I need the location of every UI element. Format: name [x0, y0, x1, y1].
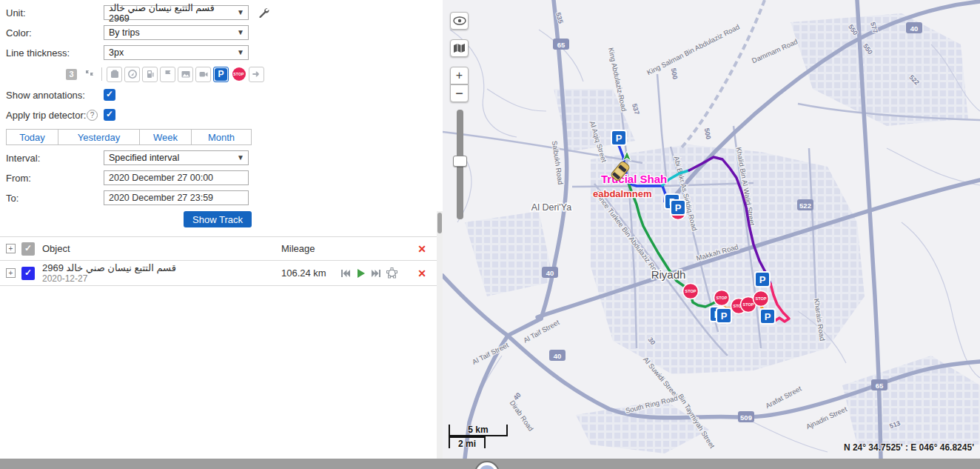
route-shield: 65: [871, 379, 887, 390]
district-label: Al Deri'Ya: [531, 202, 571, 213]
parking-marker[interactable]: PP: [710, 307, 731, 323]
road-label: King Salman Bin Abdulaziz Road: [645, 22, 741, 76]
panel-scrollbar[interactable]: [437, 211, 443, 459]
interval-label: Interval:: [6, 153, 104, 164]
play-button[interactable]: [356, 268, 366, 279]
svg-text:STOP: STOP: [756, 296, 767, 301]
thickness-value: 3px: [109, 47, 124, 58]
interval-value: Specified interval: [109, 153, 179, 163]
svg-text:522: 522: [799, 202, 811, 210]
zoom-out-button[interactable]: −: [450, 84, 469, 102]
city-label: Riyadh: [651, 268, 686, 281]
month-button[interactable]: Month: [191, 129, 252, 145]
stops-button[interactable]: STOP: [231, 67, 246, 82]
svg-text:40: 40: [546, 269, 554, 277]
flag-icon: [163, 69, 173, 79]
scale-km: 5 km: [449, 425, 508, 436]
arrow-right-icon: [252, 69, 262, 79]
svg-text:P: P: [675, 202, 682, 213]
trip-detector-checkbox[interactable]: [104, 109, 115, 121]
group-markers-button[interactable]: 3: [64, 67, 79, 82]
remove-track-button[interactable]: ✕: [407, 267, 437, 279]
track-driver-annotation: eabdalmnem: [593, 188, 651, 199]
flag-button[interactable]: [160, 67, 175, 82]
expand-row-toggle[interactable]: +: [6, 268, 16, 278]
unit-dropdown[interactable]: قسم التتبع نيسان صني خالد 2969 ▼: [104, 5, 249, 20]
help-icon[interactable]: ?: [87, 110, 98, 121]
trip-detector-row: Apply trip detector: ?: [6, 107, 437, 122]
playback-controls: [340, 267, 407, 279]
road-label: Dammam Road: [751, 37, 799, 64]
object-column-header: Object: [42, 243, 281, 254]
map-layers-icon: [453, 43, 466, 53]
parking-marker[interactable]: P: [760, 309, 775, 324]
svg-text:65: 65: [876, 382, 884, 390]
road-label: Al Taif Street: [522, 318, 561, 345]
annotations-label: Show annotations:: [6, 90, 104, 101]
chevron-down-icon: ▼: [237, 28, 244, 36]
photos-button[interactable]: [178, 67, 193, 82]
fuel-icon: [145, 69, 155, 79]
show-track-button[interactable]: Show Track: [184, 211, 252, 227]
video-button[interactable]: [195, 67, 211, 82]
stop-marker[interactable]: STOP: [714, 290, 730, 306]
scrollbar-thumb[interactable]: [437, 213, 442, 233]
to-row: To: 2020 December 27 23:59: [6, 190, 437, 205]
to-input[interactable]: 2020 December 27 23:59: [104, 190, 249, 205]
svg-text:P: P: [765, 311, 771, 322]
interval-row: Interval: Specified interval ▼: [6, 150, 437, 165]
unit-settings-button[interactable]: [256, 5, 271, 20]
track-mileage: 106.24 km: [281, 267, 340, 279]
week-button[interactable]: Week: [139, 129, 192, 145]
events-button[interactable]: [107, 67, 122, 82]
interval-dropdown[interactable]: Specified interval ▼: [104, 150, 249, 165]
thickness-row: Line thickness: 3px ▼: [6, 45, 437, 60]
parking-marker[interactable]: P: [755, 272, 770, 287]
track-date: 2020-12-27: [42, 273, 281, 284]
dashed-road: [681, 0, 765, 148]
select-all-checkbox[interactable]: [21, 242, 35, 256]
map-svg: King Abdulaziz RoadKing Salman Bin Abdul…: [443, 0, 980, 459]
track-object-cell: قسم التتبع نيسان صني خالد 2969 2020-12-2…: [42, 262, 281, 284]
track-bounds-button[interactable]: [386, 267, 397, 279]
color-dropdown[interactable]: By trips ▼: [104, 25, 249, 40]
visibility-button[interactable]: [450, 12, 469, 30]
svg-text:STOP: STOP: [743, 302, 754, 307]
layers-button[interactable]: [450, 39, 469, 57]
quick-range-buttons: Today Yesterday Week Month: [6, 129, 252, 145]
group-count-badge: 3: [66, 69, 77, 80]
remove-all-tracks-button[interactable]: ✕: [407, 243, 437, 255]
road-label: Salbukh Road: [551, 140, 565, 185]
skip-to-start-button[interactable]: [340, 269, 351, 278]
fillings-button[interactable]: [142, 67, 158, 82]
thickness-dropdown[interactable]: 3px ▼: [104, 45, 249, 60]
zoom-slider-thumb[interactable]: [453, 156, 467, 167]
zoom-in-button[interactable]: +: [450, 67, 469, 84]
direction-arrows-button[interactable]: [249, 67, 264, 82]
svg-text:STOP: STOP: [716, 296, 728, 300]
expand-all-toggle[interactable]: +: [6, 244, 16, 253]
row-checkbox[interactable]: [21, 267, 35, 280]
parking-marker[interactable]: P: [611, 130, 626, 145]
zoom-slider[interactable]: [457, 110, 463, 219]
svg-text:P: P: [616, 133, 622, 144]
annotations-checkbox[interactable]: [104, 89, 115, 101]
speedings-button[interactable]: [124, 67, 140, 82]
table-row: + قسم التتبع نيسان صني خالد 2969 2020-12…: [0, 261, 437, 286]
parkings-button[interactable]: P: [213, 67, 229, 82]
svg-text:509: 509: [740, 413, 752, 422]
svg-text:40: 40: [554, 352, 562, 360]
map-canvas[interactable]: King Abdulaziz RoadKing Salman Bin Abdul…: [443, 0, 980, 459]
yesterday-button[interactable]: Yesterday: [58, 129, 140, 145]
scale-mi: 2 mi: [449, 436, 486, 448]
bottom-logo: [474, 461, 500, 469]
unit-row: Unit: قسم التتبع نيسان صني خالد 2969 ▼: [6, 5, 437, 20]
track-unit-name: قسم التتبع نيسان صني خالد 2969: [42, 262, 281, 273]
from-input[interactable]: 2020 December 27 00:00: [104, 170, 249, 185]
today-button[interactable]: Today: [6, 129, 58, 145]
skip-to-end-button[interactable]: [371, 269, 381, 278]
mileage-column-header: Mileage: [281, 243, 340, 254]
stop-marker[interactable]: STOP: [754, 291, 769, 307]
stop-marker[interactable]: STOP: [683, 284, 699, 299]
annotations-flags-button[interactable]: [81, 67, 97, 82]
